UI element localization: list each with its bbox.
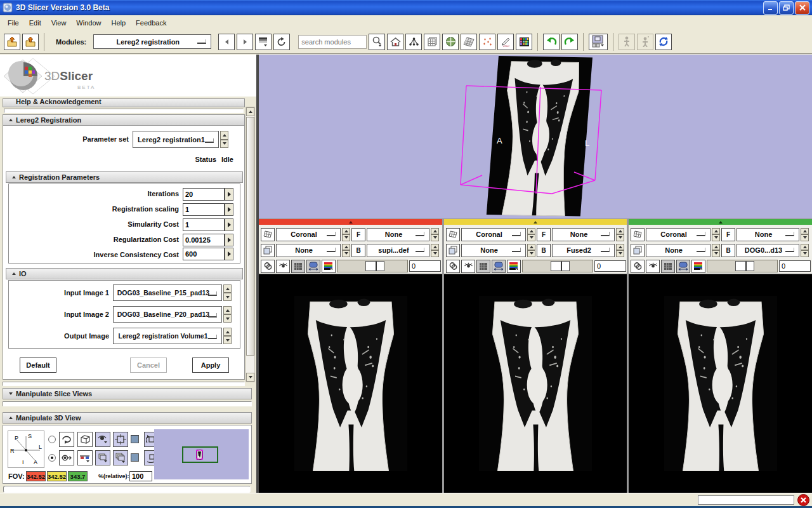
slice-visibility-button[interactable] — [461, 260, 475, 273]
slice-view-yellow[interactable] — [444, 274, 627, 493]
output-image-spinner[interactable] — [223, 328, 232, 344]
field-arrow-button[interactable] — [225, 248, 233, 260]
spin-down-button[interactable] — [223, 336, 232, 344]
label-opacity-button[interactable] — [476, 260, 490, 273]
rock-checkbox[interactable] — [131, 453, 139, 462]
colors-module-button[interactable] — [516, 34, 532, 50]
slice-plane-button[interactable] — [446, 228, 460, 241]
movie-stack-button[interactable] — [113, 450, 128, 465]
apply-button[interactable]: Apply — [192, 358, 229, 373]
relative-percent-input[interactable] — [129, 471, 152, 481]
module-next-button[interactable] — [237, 34, 253, 50]
fiducials-module-button[interactable] — [479, 34, 495, 50]
modules-menu-button[interactable] — [405, 34, 422, 50]
manipulate-3d-view-header[interactable]: Manipulate 3D View — [3, 412, 252, 424]
foreground-layer-button[interactable]: F — [721, 228, 735, 241]
background-layer-button[interactable]: B — [351, 244, 365, 257]
cancel-button[interactable]: Cancel — [130, 358, 167, 373]
spin-down-button[interactable] — [712, 234, 720, 241]
slice-offset-input[interactable] — [779, 260, 811, 272]
spin-down-button[interactable] — [527, 234, 535, 241]
search-input[interactable] — [298, 35, 367, 49]
background-spinner[interactable] — [616, 244, 624, 257]
label-opacity-button[interactable] — [661, 260, 675, 273]
background-combobox[interactable]: DOG0...d13 — [737, 244, 799, 257]
regularization-cost-input[interactable] — [183, 234, 225, 246]
labelmap-combobox[interactable]: None — [276, 244, 341, 257]
background-layer-button[interactable]: B — [721, 244, 735, 257]
save-scene-button[interactable] — [22, 34, 39, 50]
slice-offset-slider[interactable] — [707, 260, 778, 272]
spin-up-button[interactable] — [712, 228, 720, 235]
input-image-1-combobox[interactable]: DOG03_Baseline_P15_pad13 — [113, 284, 222, 301]
spin-up-button[interactable] — [223, 284, 232, 293]
colormap-button[interactable] — [691, 260, 705, 273]
navigation-zoom-rect[interactable] — [182, 446, 218, 463]
foreground-spinner[interactable] — [801, 228, 809, 241]
load-scene-button[interactable] — [4, 34, 20, 50]
slice-view-green[interactable] — [629, 274, 812, 493]
center-view-button[interactable] — [113, 432, 128, 447]
spin-down-button[interactable] — [223, 293, 232, 301]
slice-plane-button[interactable] — [261, 228, 275, 241]
foreground-layer-button[interactable]: F — [537, 228, 551, 241]
labelmap-layer-button[interactable] — [446, 244, 460, 257]
link-slices-button[interactable] — [261, 260, 275, 273]
registration-scaling-input[interactable] — [183, 203, 225, 216]
spin-down-button[interactable] — [616, 234, 624, 241]
background-combobox[interactable]: supi...def — [367, 244, 429, 257]
title-bar[interactable]: 3D Slicer Version 3.0 Beta — [0, 0, 812, 15]
colormap-button[interactable] — [322, 260, 336, 273]
view-cube-button[interactable] — [77, 432, 93, 447]
foreground-combobox[interactable]: None — [367, 228, 429, 241]
spin-down-button[interactable] — [220, 140, 228, 149]
module-section-header[interactable]: Lereg2 Registration — [3, 114, 245, 126]
measurements-module-button[interactable] — [497, 34, 514, 50]
error-message-field[interactable] — [698, 495, 794, 505]
visibility-menu-button[interactable] — [95, 432, 110, 447]
orientation-combobox[interactable]: Coronal — [276, 228, 341, 241]
help-section-header[interactable]: Help & Acknowledgement — [3, 98, 245, 107]
slice-plane-button[interactable] — [631, 228, 645, 241]
orthographic-radio[interactable] — [48, 436, 56, 443]
field-arrow-button[interactable] — [225, 203, 233, 216]
spin-down-button[interactable] — [801, 234, 809, 241]
slice-view-red[interactable] — [259, 274, 442, 493]
fit-to-window-button[interactable] — [492, 260, 506, 273]
slice-offset-input[interactable] — [594, 260, 626, 272]
background-spinner[interactable] — [431, 244, 439, 257]
manipulate-slice-views-header[interactable]: Manipulate Slice Views — [3, 388, 252, 399]
input-image-2-combobox[interactable]: DOG03_Baseline_P20_pad13 — [113, 306, 222, 323]
scroll-down-button[interactable] — [246, 373, 254, 382]
spin-down-button[interactable] — [431, 250, 439, 257]
spin-up-button[interactable] — [712, 244, 720, 251]
module-history-button[interactable] — [255, 34, 272, 50]
compare-view-button-2[interactable] — [637, 34, 653, 50]
refresh-view-button[interactable] — [655, 34, 672, 50]
foreground-layer-button[interactable]: F — [351, 228, 365, 241]
spin-checkbox[interactable] — [131, 435, 139, 443]
slider-thumb[interactable] — [551, 261, 570, 271]
slice-visibility-button[interactable] — [646, 260, 660, 273]
spin-up-button[interactable] — [527, 244, 535, 251]
parameter-set-spinner[interactable] — [220, 131, 228, 148]
spin-up-button[interactable] — [431, 228, 439, 235]
slice-bar-green[interactable] — [629, 219, 812, 225]
link-slices-button[interactable] — [631, 260, 645, 273]
error-dismiss-button[interactable] — [797, 494, 809, 506]
registration-parameters-header[interactable]: Registration Parameters — [6, 171, 243, 183]
spin-down-button[interactable] — [342, 250, 350, 257]
orientation-combobox[interactable]: Coronal — [646, 228, 710, 241]
simularity-cost-input[interactable] — [183, 218, 225, 231]
foreground-combobox[interactable]: None — [737, 228, 799, 241]
layout-button[interactable] — [589, 34, 608, 50]
view-3d[interactable]: A L — [259, 55, 812, 218]
label-opacity-button[interactable] — [291, 260, 305, 273]
spin-up-button[interactable] — [527, 228, 535, 235]
foreground-combobox[interactable]: None — [552, 228, 615, 241]
io-header[interactable]: IO — [6, 268, 243, 279]
labelmap-spinner[interactable] — [342, 244, 350, 257]
parameter-set-combobox[interactable]: Lereg2 registration1 — [133, 131, 219, 148]
menu-edit[interactable]: Edit — [24, 17, 46, 29]
labelmap-combobox[interactable]: None — [646, 244, 710, 257]
